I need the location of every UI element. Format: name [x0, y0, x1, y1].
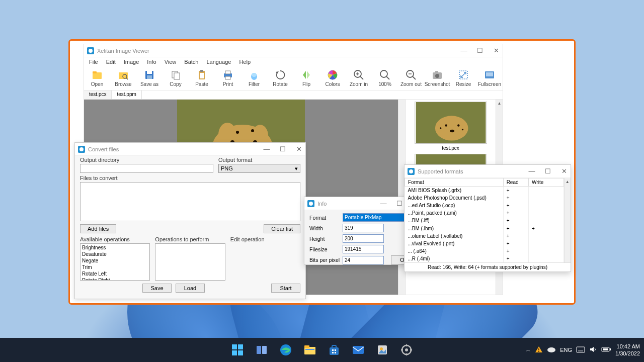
maximize-button[interactable]: ☐	[279, 145, 286, 153]
table-row[interactable]: Adobe Photoshop Document (.psd)+	[405, 194, 564, 202]
avail-ops-list[interactable]: BrightnessDesaturateNegateTrimRotate Lef…	[80, 243, 150, 281]
store-icon[interactable]	[324, 339, 345, 360]
battery-icon[interactable]	[601, 346, 611, 353]
onedrive-icon[interactable]	[547, 346, 556, 353]
table-row[interactable]: ...Paint, packed (.ami)+	[405, 209, 564, 217]
maximize-button[interactable]: ☐	[476, 47, 484, 54]
volume-icon[interactable]	[589, 346, 597, 354]
toolbar-zoomin[interactable]: Zoom in	[346, 66, 372, 90]
toolbar-fullscreen[interactable]: Fullscreen	[476, 66, 503, 90]
col-write[interactable]: Write	[529, 178, 564, 187]
menu-help[interactable]: Help	[237, 59, 253, 65]
col-format[interactable]: Format	[405, 178, 504, 187]
menu-file[interactable]: File	[87, 59, 100, 65]
date: 1/30/2022	[615, 350, 640, 357]
menu-batch[interactable]: Batch	[182, 59, 200, 65]
bpp-value[interactable]	[343, 256, 384, 264]
menu-view[interactable]: View	[163, 59, 179, 65]
menu-language[interactable]: Language	[204, 59, 233, 65]
toolbar-filter[interactable]: Filter	[241, 66, 267, 90]
svg-line-20	[360, 76, 363, 79]
table-row[interactable]: AMI BIOS Splash (.grfx)+	[405, 187, 564, 195]
toolbar-screenshot[interactable]: Screenshot	[424, 66, 450, 90]
toolbar-print[interactable]: Print	[215, 66, 241, 90]
formats-titlebar[interactable]: Supported formats — ☐ ✕	[405, 165, 571, 178]
maximize-button[interactable]: ☐	[544, 167, 551, 175]
list-item[interactable]: Rotate Right	[81, 277, 149, 281]
col-read[interactable]: Read	[503, 178, 528, 187]
toolbar-label: Rotate	[273, 81, 287, 87]
toolbar-label: Zoom out	[400, 81, 422, 87]
svg-rect-76	[335, 349, 336, 351]
toolbar-paste[interactable]: Paste	[189, 66, 215, 90]
settings-icon[interactable]	[396, 339, 417, 360]
start-button[interactable]: Start	[271, 284, 300, 293]
toolbar-colors[interactable]: Colors	[319, 66, 346, 90]
main-titlebar[interactable]: Xelitan Image Viewer — ☐ ✕	[84, 44, 503, 57]
save-button[interactable]: Save	[142, 284, 172, 293]
files-list[interactable]	[80, 182, 300, 221]
start-button[interactable]	[227, 339, 248, 360]
menu-image[interactable]: Image	[122, 59, 141, 65]
tray-chevron-icon[interactable]: ︿	[526, 346, 531, 353]
explorer-icon[interactable]	[299, 339, 320, 360]
filesize-value[interactable]	[343, 245, 384, 253]
toolbar-resize[interactable]: Resize	[450, 66, 476, 90]
menu-edit[interactable]: Edit	[104, 59, 118, 65]
tab-testpcx[interactable]: test.pcx	[84, 90, 112, 99]
table-row[interactable]: ...olume Label (.vollabel)+	[405, 232, 564, 240]
toolbar-saveas[interactable]: Save as	[136, 66, 163, 90]
clock[interactable]: 10:42 AM 1/30/2022	[615, 343, 640, 357]
edge-icon[interactable]	[275, 339, 296, 360]
minimize-button[interactable]: —	[460, 47, 467, 54]
system-tray: ︿ ENG 10:42 AM 1/30/2022	[526, 343, 640, 357]
menu-info[interactable]: Info	[145, 59, 158, 65]
close-button[interactable]: ✕	[493, 47, 500, 54]
width-value[interactable]	[343, 224, 384, 232]
output-format-select[interactable]: PNG▾	[218, 164, 300, 173]
close-button[interactable]: ✕	[560, 167, 568, 175]
warning-icon[interactable]	[535, 346, 543, 354]
clear-list-button[interactable]: Clear list	[264, 224, 300, 233]
list-item[interactable]: Brightness	[81, 244, 149, 251]
tab-testppm[interactable]: test.ppm	[112, 90, 141, 99]
table-row[interactable]: ...R (.4mi)+	[405, 255, 564, 262]
toolbar-copy[interactable]: Copy	[163, 66, 189, 90]
table-row[interactable]: ... (.a64)+	[405, 247, 564, 255]
thumb-testpcx[interactable]: test.pcx	[408, 102, 494, 151]
minimize-button[interactable]: —	[263, 145, 270, 153]
perform-ops-list[interactable]	[155, 243, 225, 281]
table-row[interactable]: ...BM (.iff)+	[405, 217, 564, 224]
taskview-icon[interactable]	[251, 339, 272, 360]
svg-line-24	[386, 76, 389, 79]
svg-rect-11	[200, 70, 203, 72]
list-item[interactable]: Rotate Left	[81, 270, 149, 277]
toolbar-rotate[interactable]: Rotate	[267, 66, 293, 90]
table-row[interactable]: ...ed Art Studio (.ocp)+	[405, 202, 564, 209]
load-button[interactable]: Load	[176, 284, 205, 293]
app-icon[interactable]	[372, 339, 393, 360]
add-files-button[interactable]: Add files	[80, 224, 116, 233]
formats-scrollbar[interactable]: ▲	[564, 178, 571, 262]
height-value[interactable]	[343, 234, 384, 243]
convert-titlebar[interactable]: Convert files — ☐ ✕	[75, 143, 305, 156]
list-item[interactable]: Negate	[81, 257, 149, 264]
keyboard-icon[interactable]	[576, 346, 585, 354]
maximize-button[interactable]: ☐	[396, 200, 403, 207]
toolbar-zoomout[interactable]: Zoom out	[398, 66, 424, 90]
filter-icon	[249, 69, 260, 80]
language-indicator[interactable]: ENG	[560, 347, 572, 353]
close-button[interactable]: ✕	[295, 145, 302, 153]
table-row[interactable]: ...vival Evolved (.pnt)+	[405, 240, 564, 247]
list-item[interactable]: Trim	[81, 264, 149, 270]
minimize-button[interactable]: —	[528, 167, 535, 175]
mail-icon[interactable]	[348, 339, 369, 360]
toolbar-browse[interactable]: Browse	[110, 66, 136, 90]
toolbar-open[interactable]: Open	[84, 66, 110, 90]
minimize-button[interactable]: —	[380, 200, 387, 207]
output-dir-input[interactable]	[80, 164, 213, 173]
toolbar-flip[interactable]: Flip	[293, 66, 319, 90]
toolbar-100%[interactable]: 100%	[372, 66, 398, 90]
table-row[interactable]: ...BM (.lbm)++	[405, 224, 564, 232]
list-item[interactable]: Desaturate	[81, 251, 149, 257]
